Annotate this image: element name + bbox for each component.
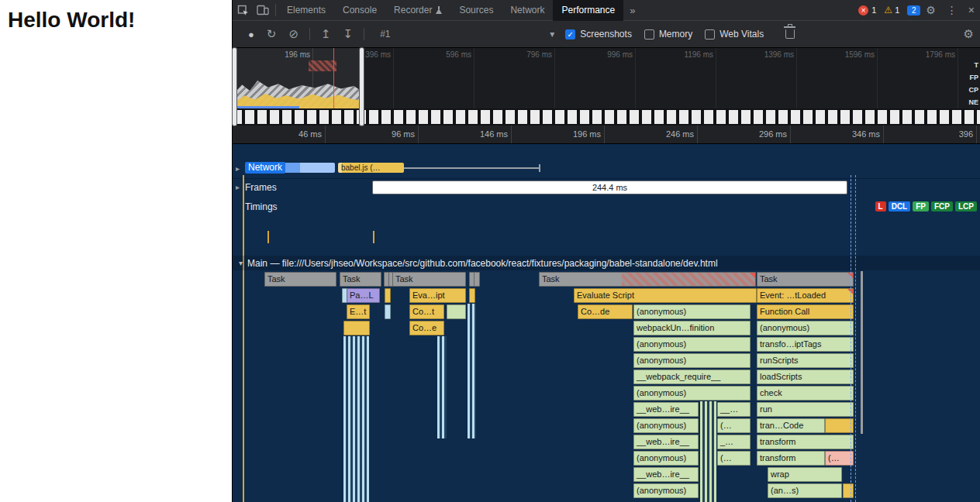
flame-bar[interactable]: transform	[757, 435, 854, 449]
flame-bar[interactable]	[385, 288, 391, 303]
timing-marker-fp: FP	[913, 201, 929, 211]
flame-bar[interactable]: (anonymous)	[633, 451, 699, 466]
clear-recording-icon[interactable]: ⊘	[288, 27, 298, 41]
network-track-label[interactable]: Network	[245, 162, 285, 174]
flame-bar[interactable]: Co…de	[578, 304, 633, 319]
flame-bar[interactable]: Task	[392, 272, 466, 287]
flame-bar[interactable]: (…	[717, 418, 751, 433]
flame-bar[interactable]: _…	[717, 435, 751, 449]
flame-bar[interactable]: __web…ire__	[633, 435, 699, 449]
checkbox-memory[interactable]: Memory	[644, 29, 692, 40]
flame-bar[interactable]: Eva…ipt	[409, 288, 466, 303]
flame-bar[interactable]: check	[757, 386, 854, 401]
flame-bar[interactable]: runScripts	[757, 353, 854, 368]
capture-settings-gear-icon[interactable]: ⚙	[964, 27, 974, 41]
timeline-overview[interactable]: 196 ms396 ms596 ms796 ms996 ms1196 ms139…	[233, 48, 980, 108]
close-devtools-icon[interactable]: ×	[968, 4, 975, 16]
timings-track-label: Timings	[245, 201, 278, 212]
tab-elements[interactable]: Elements	[278, 0, 334, 21]
screenshot-filmstrip[interactable]	[233, 108, 980, 126]
checkbox-box[interactable]	[705, 29, 715, 40]
tab-sources[interactable]: Sources	[450, 0, 502, 21]
flame-bar[interactable]: Co…e	[409, 321, 444, 335]
flame-bar[interactable]: loadScripts	[757, 370, 854, 384]
flame-bar[interactable]: Task	[757, 272, 854, 287]
flame-bar[interactable]	[843, 483, 854, 498]
expander-icon[interactable]: ▸	[236, 163, 240, 174]
flame-bar[interactable]: (anonymous)	[633, 386, 751, 401]
flame-bar[interactable]: Function Call	[757, 304, 854, 319]
flame-bar[interactable]	[343, 321, 370, 335]
tab-console[interactable]: Console	[334, 0, 385, 21]
flame-bar[interactable]: (anonymous)	[633, 304, 751, 319]
flame-bar[interactable]: tran…Code	[757, 418, 825, 433]
flame-bar[interactable]: (an…s)	[768, 483, 842, 498]
trash-icon[interactable]	[785, 29, 795, 39]
load-profile-icon[interactable]: ↥	[321, 27, 331, 41]
reload-and-record-icon[interactable]: ↻	[267, 27, 277, 41]
history-dropdown[interactable]: #1 ▾	[380, 29, 554, 40]
flame-bar[interactable]: Pa…L	[347, 288, 380, 303]
network-request-label: babel.js (…	[341, 163, 381, 172]
flame-bar[interactable]: Event: …tLoaded	[757, 288, 854, 303]
flame-bar[interactable]: __webpack_require__	[633, 370, 751, 384]
flame-bar[interactable]: __web…ire__	[633, 402, 699, 417]
toolbar-divider	[309, 28, 310, 40]
flame-bar[interactable]: E…t	[347, 304, 370, 319]
warning-badge[interactable]: ⚠ 1	[884, 5, 899, 15]
main-track-header[interactable]: ▾ Main — file:///Users/jhseo/Workspace/s…	[233, 256, 980, 270]
flame-bar[interactable]: (anonymous)	[633, 353, 751, 368]
checkbox-box[interactable]: ✓	[565, 29, 575, 40]
flame-bar[interactable]	[474, 272, 480, 287]
device-toolbar-icon[interactable]	[253, 0, 273, 20]
record-button[interactable]: ●	[248, 29, 254, 40]
checkbox-screenshots[interactable]: ✓Screenshots	[565, 29, 632, 40]
error-badge[interactable]: × 1	[858, 5, 876, 15]
flame-bar[interactable]	[385, 304, 391, 319]
flame-bar[interactable]	[825, 418, 854, 433]
flame-bar[interactable]: Co…t	[409, 304, 444, 319]
kebab-menu-icon[interactable]: ⋮	[947, 4, 958, 16]
settings-gear-icon[interactable]: ⚙	[926, 4, 936, 16]
flame-bar[interactable]: Task	[539, 272, 756, 287]
more-tabs-button[interactable]: »	[623, 5, 641, 16]
flame-bar[interactable]: webpackUn…finition	[633, 321, 751, 335]
expander-down-icon[interactable]: ▾	[239, 259, 243, 267]
flame-bar[interactable]: (…	[825, 451, 854, 466]
flame-bar[interactable]: __web…ire__	[633, 467, 699, 482]
flame-bar[interactable]: __…	[717, 402, 751, 417]
overview-side-label: T	[975, 59, 979, 71]
checkbox-box[interactable]	[644, 29, 654, 40]
flame-bar[interactable]: (anonymous)	[757, 321, 854, 335]
toolbar-divider	[364, 28, 364, 40]
save-profile-icon[interactable]: ↧	[343, 27, 354, 41]
network-request-bar-babel[interactable]: babel.js (…	[338, 163, 404, 173]
frame-bar[interactable]: 244.4 ms	[372, 181, 847, 194]
flame-bar[interactable]: (anonymous)	[633, 337, 751, 352]
selection-handle-left[interactable]	[233, 48, 236, 126]
flame-bar[interactable]	[447, 304, 466, 319]
checkbox-web-vitals[interactable]: Web Vitals	[705, 29, 764, 40]
flame-bar[interactable]: run	[757, 402, 854, 417]
flame-bar[interactable]: transfo…iptTags	[757, 337, 854, 352]
expander-icon[interactable]: ▸	[236, 181, 240, 193]
flame-bar[interactable]: Task	[264, 272, 336, 287]
flame-bar[interactable]: (…	[717, 451, 751, 466]
inspect-element-icon[interactable]	[233, 0, 253, 20]
flame-bar[interactable]: (anonymous)	[633, 483, 699, 498]
selection-handle-right[interactable]	[360, 48, 364, 126]
tab-network[interactable]: Network	[502, 0, 553, 21]
flame-bar[interactable]	[469, 288, 475, 303]
timings-track[interactable]: Timings LDCLFPFCPLCP	[233, 195, 980, 218]
flame-bar[interactable]: wrap	[768, 467, 842, 482]
flame-bar[interactable]: Task	[340, 272, 381, 287]
flame-bar[interactable]: (anonymous)	[633, 418, 699, 433]
flame-bar[interactable]: Evaluate Script	[574, 288, 757, 303]
tab-performance[interactable]: Performance	[553, 0, 623, 21]
tab-label: Performance	[561, 5, 615, 15]
issues-badge[interactable]: 2	[907, 5, 920, 15]
network-track[interactable]: babel.js (… ▸ Network	[233, 144, 980, 178]
frames-track[interactable]: ▸ Frames 244.4 ms	[233, 179, 980, 196]
tab-recorder[interactable]: Recorder	[385, 0, 450, 21]
flame-bar[interactable]: transform	[757, 451, 825, 466]
